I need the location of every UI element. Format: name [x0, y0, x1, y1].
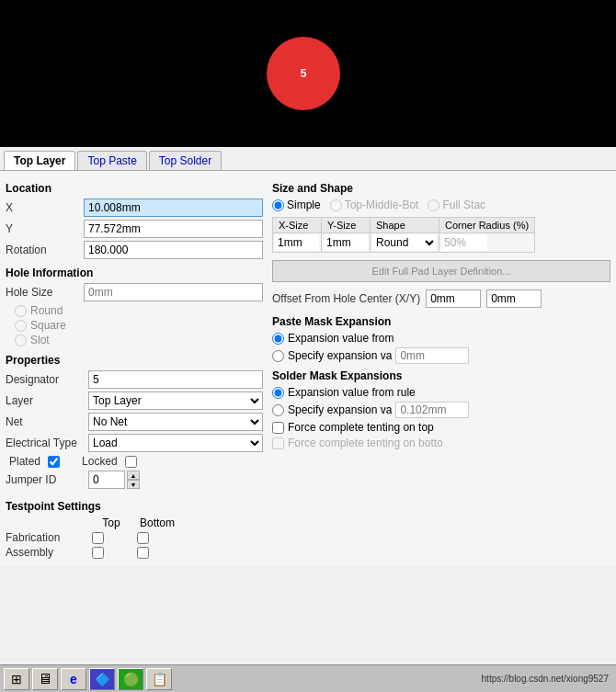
full-stack-label: Full Stac: [442, 199, 485, 211]
x-input[interactable]: [84, 199, 263, 217]
x-row: X: [6, 199, 263, 217]
y-size-input[interactable]: [324, 234, 368, 251]
force-tenting-top-checkbox[interactable]: [272, 422, 284, 434]
paste-specify-input[interactable]: [395, 347, 469, 364]
shape-select[interactable]: Round Rectangular Oval: [372, 234, 437, 251]
designator-label: Designator: [6, 373, 88, 386]
solder-mask-title: Solder Mask Expansions: [272, 369, 610, 382]
tab-top-paste[interactable]: Top Paste: [77, 151, 146, 170]
tab-bar: Top Layer Top Paste Top Solder: [0, 147, 616, 171]
square-label: Square: [30, 319, 66, 332]
locked-checkbox[interactable]: [125, 456, 137, 468]
spin-down-button[interactable]: ▼: [127, 480, 140, 489]
size-shape-table: X-Size Y-Size Shape Corner Radius (%) Ro…: [272, 217, 535, 253]
size-shape-row: Round Rectangular Oval: [273, 233, 535, 253]
right-panel: Size and Shape Simple Top-Middle-Bot Ful…: [272, 176, 610, 561]
solder-specify-radio[interactable]: [272, 404, 284, 416]
top-col-label: Top: [88, 516, 134, 529]
corner-radius-input[interactable]: [441, 234, 487, 251]
electrical-type-row: Electrical Type Load Source Terminator: [6, 434, 263, 452]
assembly-checkboxes: [92, 547, 149, 559]
taskbar-icon-5[interactable]: 📋: [146, 668, 172, 690]
tab-top-layer[interactable]: Top Layer: [4, 151, 75, 170]
start-button[interactable]: ⊞: [4, 668, 29, 690]
top-middle-bot-radio[interactable]: [330, 199, 342, 211]
assembly-top-checkbox[interactable]: [92, 547, 104, 559]
plated-checkbox[interactable]: [48, 456, 60, 468]
fabrication-label: Fabrication: [6, 531, 88, 544]
designator-input[interactable]: [88, 370, 263, 389]
force-tenting-bot-checkbox[interactable]: [272, 437, 284, 449]
corner-radius-col-header: Corner Radius (%): [439, 218, 535, 233]
paste-mask-section: Paste Mask Expansion Expansion value fro…: [272, 315, 610, 364]
expansion-from-radio[interactable]: [272, 333, 284, 345]
full-stack-radio[interactable]: [428, 199, 439, 211]
slot-radio[interactable]: [15, 335, 27, 346]
rotation-row: Rotation: [6, 241, 263, 259]
offset-y-input[interactable]: [486, 289, 542, 308]
solder-expansion-from-row: Expansion value from rule: [272, 386, 610, 399]
spin-buttons: ▲ ▼: [127, 471, 140, 489]
left-panel: Location X Y Rotation Hole Information H…: [6, 176, 263, 561]
fabrication-bottom-checkbox[interactable]: [137, 532, 149, 544]
fabrication-top-checkbox[interactable]: [92, 532, 104, 544]
rotation-input[interactable]: [84, 241, 263, 259]
simple-label: Simple: [287, 199, 321, 211]
net-label: Net: [6, 415, 88, 428]
layer-select[interactable]: Top Layer Bottom Layer: [88, 391, 263, 410]
force-tenting-bot-row: Force complete tenting on botto: [272, 437, 610, 449]
taskbar-icon-4[interactable]: 🟢: [118, 668, 143, 690]
solder-mask-section: Solder Mask Expansions Expansion value f…: [272, 369, 610, 449]
paste-specify-label: Specify expansion va: [288, 349, 392, 362]
expansion-from-row: Expansion value from: [272, 332, 610, 345]
pad-circle: 5: [267, 37, 340, 110]
net-row: Net No Net: [6, 413, 263, 431]
testpoint-col-headers: Top Bottom: [6, 516, 263, 529]
x-size-input[interactable]: [275, 234, 319, 251]
top-middle-bot-option: Top-Middle-Bot: [330, 199, 419, 211]
y-input[interactable]: [84, 220, 263, 238]
jumper-id-row: Jumper ID ▲ ▼: [6, 471, 263, 489]
testpoint-title: Testpoint Settings: [6, 500, 101, 513]
taskbar-icon-3[interactable]: 🔷: [89, 668, 115, 690]
top-middle-bot-label: Top-Middle-Bot: [345, 199, 419, 211]
solder-specify-row: Specify expansion va: [272, 402, 610, 418]
shape-type-row: Simple Top-Middle-Bot Full Stac: [272, 199, 610, 211]
properties-title: Properties: [6, 354, 263, 367]
solder-expansion-from-radio[interactable]: [272, 387, 284, 399]
slot-radio-row: Slot: [15, 334, 263, 346]
bottom-col-label: Bottom: [134, 516, 180, 529]
round-radio[interactable]: [15, 305, 27, 317]
main-content: Location X Y Rotation Hole Information H…: [0, 171, 616, 566]
taskbar-icon-1[interactable]: 🖥: [32, 668, 58, 690]
simple-radio[interactable]: [272, 199, 284, 211]
hole-info-title: Hole Information: [6, 267, 263, 279]
paste-mask-title: Paste Mask Expansion: [272, 315, 610, 328]
electrical-type-select[interactable]: Load Source Terminator: [88, 434, 263, 452]
edit-pad-layer-button[interactable]: Edit Full Pad Layer Definition...: [272, 260, 610, 282]
paste-specify-radio[interactable]: [272, 350, 284, 362]
testpoint-section: Testpoint Settings Top Bottom Fabricatio…: [6, 494, 263, 559]
url-label: https://blog.csdn.net/xiong9527: [482, 674, 609, 684]
spin-up-button[interactable]: ▲: [127, 471, 140, 480]
y-row: Y: [6, 220, 263, 238]
net-select[interactable]: No Net: [88, 413, 263, 431]
assembly-bottom-checkbox[interactable]: [137, 547, 149, 559]
tab-top-solder[interactable]: Top Solder: [149, 151, 222, 170]
size-shape-title: Size and Shape: [272, 182, 610, 195]
jumper-id-input[interactable]: [88, 471, 125, 489]
testpoint-header: Testpoint Settings: [6, 494, 263, 516]
x-label: X: [6, 201, 84, 214]
pad-number: 5: [301, 67, 307, 80]
slot-label: Slot: [30, 334, 50, 346]
fabrication-checkboxes: [92, 532, 149, 544]
full-stack-option: Full Stac: [428, 199, 485, 211]
solder-specify-input[interactable]: [395, 402, 469, 418]
offset-x-input[interactable]: [426, 289, 481, 308]
taskbar-icon-2[interactable]: e: [61, 668, 86, 690]
expansion-from-label: Expansion value from: [288, 332, 394, 345]
hole-size-input[interactable]: [84, 283, 263, 301]
square-radio[interactable]: [15, 320, 27, 332]
assembly-label: Assembly: [6, 546, 88, 559]
solder-specify-label: Specify expansion va: [288, 403, 392, 416]
